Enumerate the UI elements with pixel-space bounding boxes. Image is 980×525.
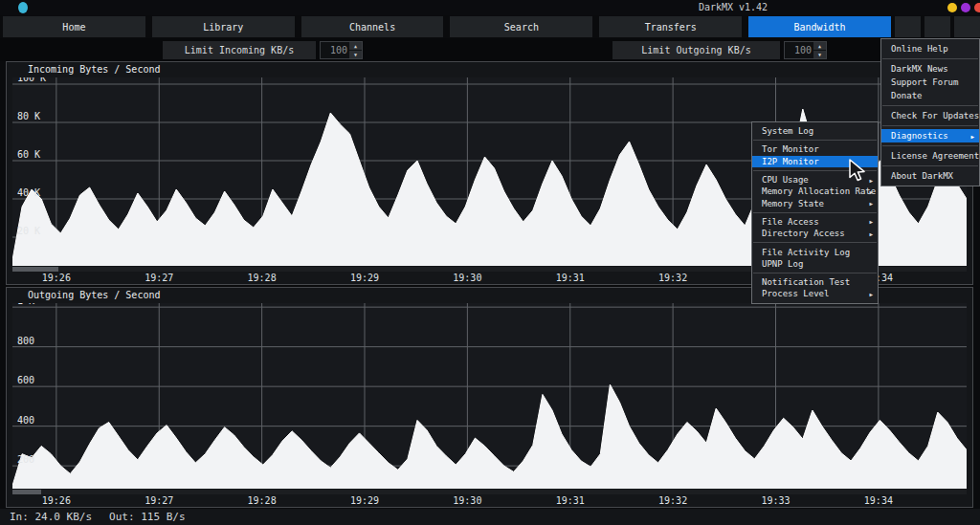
menu-item-label: DarkMX News [891,64,948,74]
x-axis-tick-label: 19:29 [350,273,379,283]
tab-library[interactable]: Library [152,16,295,37]
menu-separator [882,165,978,166]
limit-incoming-input[interactable] [321,42,349,58]
x-axis-tick-label: 19:27 [145,273,173,283]
help-menu: Online HelpDarkMX NewsSupport ForumDonat… [880,38,980,186]
y-axis-tick-label: 100 K [17,77,46,83]
menu-item-label: Memory State [762,199,824,208]
limit-outgoing-input[interactable] [785,42,813,58]
menu-item-support-forum[interactable]: Support Forum [881,76,979,89]
tab-bar: HomeLibraryChannelsSearchTransfersBandwi… [3,16,891,38]
limit-incoming-button[interactable]: Limit Incoming KB/s [163,41,316,59]
status-bar: In: 24.0 KB/s Out: 115 B/s [0,509,980,525]
menu-item-license-agreement[interactable]: License Agreement [881,149,979,163]
submenu-arrow-icon: ▶ [970,133,974,140]
x-axis-tick-label: 19:30 [453,495,481,506]
menu-item-memory-state[interactable]: Memory State▶ [752,197,878,208]
toolbar-button-1[interactable] [895,16,921,37]
submenu-arrow-icon: ▶ [869,200,873,207]
menu-item-label: System Log [762,126,813,136]
menu-separator [882,125,978,126]
tab-bandwidth[interactable]: Bandwidth [748,16,891,37]
menu-item-label: Tor Monitor [762,144,819,154]
menu-separator [882,145,978,146]
y-axis-tick-label: 20 K [17,226,40,236]
x-axis-tick-label: 19:26 [42,495,71,506]
menu-item-label: Support Forum [891,77,958,87]
menu-item-upnp-log[interactable]: UPNP Log [752,258,878,270]
menu-item-online-help[interactable]: Online Help [881,42,979,55]
title-bar: DarkMX v1.42 [0,0,980,15]
status-out-rate: Out: 115 B/s [109,511,185,523]
menu-item-darkmx-news[interactable]: DarkMX News [881,62,979,76]
toolbar-button-3[interactable] [954,16,980,37]
menu-item-label: Diagnostics [891,131,948,141]
limits-row: Limit Incoming KB/s ▲ ▼ Limit Outgoing K… [0,38,980,61]
outgoing-chart-panel: Outgoing Bytes / Second 1 K800600400200 … [6,287,973,508]
y-axis-tick-label: 400 [17,415,34,426]
tab-transfers[interactable]: Transfers [599,16,742,37]
menu-item-process-level[interactable]: Process Level▶ [752,288,878,299]
outgoing-chart-plot: 1 K800600400200 [12,303,967,489]
window-button-minimize-icon[interactable] [947,3,957,12]
x-axis-tick-label: 19:31 [556,273,585,283]
x-axis-tick-label: 19:27 [145,495,173,506]
menu-item-donate[interactable]: Donate [881,89,979,102]
menu-item-label: Process Level [762,289,829,298]
menu-separator [753,242,877,243]
x-axis-tick-label: 19:31 [556,495,585,506]
outgoing-chart-x-axis: 19:2619:2719:2819:2919:3019:3119:3219:33… [12,494,967,508]
outgoing-area-chart [12,303,967,489]
menu-item-about-darkmx[interactable]: About DarkMX [881,169,979,183]
incoming-chart-title: Incoming Bytes / Second [7,62,972,77]
menu-separator [882,105,978,106]
status-in-rate: In: 24.0 KB/s [10,511,92,523]
limit-outgoing-button[interactable]: Limit Outgoing KB/s [612,41,780,59]
y-axis-tick-label: 80 K [17,111,40,121]
menu-item-file-access[interactable]: File Access▶ [752,216,878,228]
incoming-spin-up-icon[interactable]: ▲ [349,42,362,50]
submenu-arrow-icon: ▶ [869,230,873,237]
menu-item-label: License Agreement [891,151,979,161]
menu-item-memory-allocation-rate[interactable]: Memory Allocation Rate▶ [752,186,878,197]
x-axis-tick-label: 19:29 [350,495,379,506]
outgoing-spin-down-icon[interactable]: ▼ [813,50,826,58]
menu-item-tor-monitor[interactable]: Tor Monitor [752,143,878,155]
darkmx-window: DarkMX v1.42 HomeLibraryChannelsSearchTr… [0,0,980,525]
window-button-close-icon[interactable] [974,3,980,12]
menu-separator [753,212,877,213]
menu-item-system-log[interactable]: System Log [752,125,878,137]
y-axis-tick-label: 1 K [17,303,34,306]
submenu-arrow-icon: ▶ [869,177,873,184]
toolbar-button-2[interactable] [924,16,950,37]
tab-channels[interactable]: Channels [301,16,444,37]
x-axis-tick-label: 19:28 [248,495,277,506]
menu-item-directory-access[interactable]: Directory Access▶ [752,228,878,239]
menu-item-label: Online Help [891,44,948,54]
incoming-spin-down-icon[interactable]: ▼ [349,50,362,58]
x-axis-tick-label: 19:30 [453,273,481,283]
menu-separator [753,273,877,273]
menu-separator [753,140,877,141]
menu-item-label: CPU Usage [762,175,809,185]
outgoing-spin-up-icon[interactable]: ▲ [813,42,826,50]
x-axis-tick-label: 19:32 [658,495,687,506]
x-axis-tick-label: 19:28 [248,273,277,283]
x-axis-tick-label: 19:32 [658,273,687,283]
window-button-maximize-icon[interactable] [961,3,970,12]
y-axis-tick-label: 200 [17,454,34,465]
menu-separator [882,58,978,59]
tab-search[interactable]: Search [450,16,592,37]
menu-item-label: File Activity Log [762,248,850,257]
menu-item-label: Donate [891,91,923,100]
menu-item-label: Memory Allocation Rate [762,186,876,196]
submenu-arrow-icon: ▶ [869,188,873,195]
menu-item-file-activity-log[interactable]: File Activity Log [752,246,878,257]
menu-item-label: File Access [762,217,819,227]
toolbar-square-buttons [895,16,980,37]
menu-item-diagnostics[interactable]: Diagnostics▶ [881,129,979,142]
menu-item-check-for-updates[interactable]: Check For Updates [881,109,979,122]
tab-home[interactable]: Home [3,16,145,37]
menu-item-notification-test[interactable]: Notification Test [752,276,878,288]
app-icon [18,2,28,13]
